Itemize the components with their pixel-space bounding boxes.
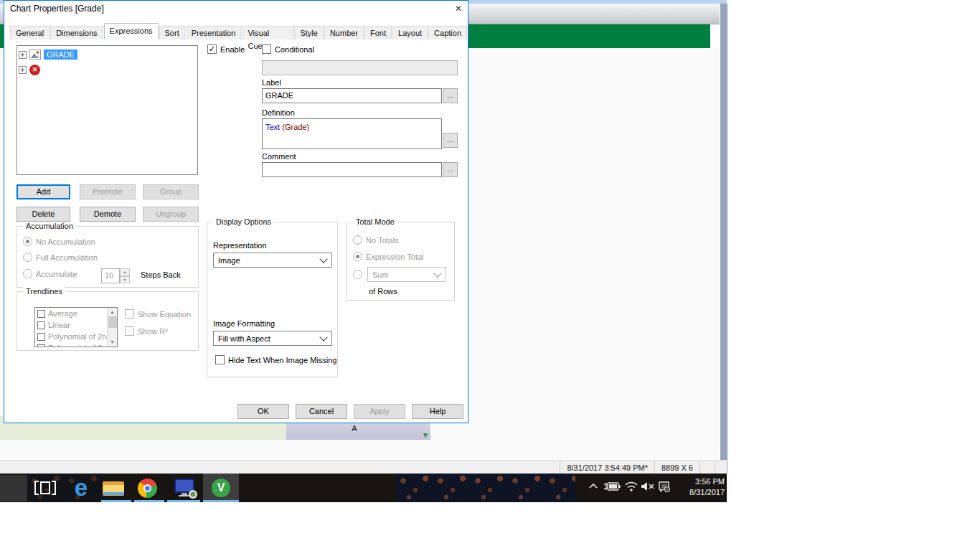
sum-dropdown[interactable]: Sum <box>367 267 446 282</box>
tab-general[interactable]: General <box>10 26 50 39</box>
taskbar-clock[interactable]: 3:56 PM 8/31/2017 <box>673 476 725 498</box>
apply-button[interactable]: Apply <box>354 404 405 419</box>
tab-font[interactable]: Font <box>364 26 392 39</box>
show-r2-checkbox[interactable]: Show R² <box>125 326 168 336</box>
battery-icon[interactable] <box>603 481 621 491</box>
file-explorer-icon[interactable] <box>102 479 126 498</box>
accumulation-groupbox: Accumulation No Accumulation Full Accumu… <box>17 226 199 288</box>
tray-chevron-up-icon[interactable] <box>588 483 598 489</box>
checkbox-box[interactable] <box>37 321 45 329</box>
no-totals-radio[interactable]: No Totals <box>353 235 399 245</box>
steps-back-stepper[interactable]: 10 ▲ ▼ <box>101 268 130 283</box>
tab-sort[interactable]: Sort <box>159 26 185 39</box>
sort-indicator-icon[interactable]: ▼ <box>422 431 429 439</box>
action-center-icon[interactable] <box>658 481 671 492</box>
definition-field[interactable]: Text (Grade) <box>262 118 442 149</box>
window-right-border <box>720 4 727 474</box>
status-size: 8899 X 6 <box>654 461 699 474</box>
delete-button[interactable]: Delete <box>17 207 70 222</box>
tab-style[interactable]: Style <box>294 26 323 39</box>
ungroup-button[interactable]: Ungroup <box>143 207 199 222</box>
task-view-square <box>40 481 51 494</box>
conditional-label: Conditional <box>275 45 314 54</box>
scroll-down-icon[interactable]: ▼ <box>110 338 115 347</box>
qlikview-icon[interactable]: V <box>212 479 230 497</box>
full-accumulation-radio[interactable]: Full Accumulation <box>23 253 98 262</box>
hide-text-checkbox[interactable]: Hide Text When Image Missing <box>215 355 336 364</box>
scrollbar-thumb[interactable] <box>108 316 117 328</box>
tab-number[interactable]: Number <box>324 26 364 39</box>
checkbox-box[interactable] <box>37 333 45 341</box>
group-button[interactable]: Group <box>143 184 199 199</box>
label-ellipsis-button[interactable]: ... <box>443 88 458 103</box>
tab-dimensions[interactable]: Dimensions <box>50 26 103 39</box>
sum-of-rows-radio[interactable] <box>353 270 362 279</box>
enable-checkbox[interactable]: ✓ Enable <box>207 44 245 54</box>
tab-presentation[interactable]: Presentation <box>186 26 242 39</box>
task-view-bracket <box>34 481 39 495</box>
steps-back-value[interactable]: 10 <box>101 268 120 283</box>
checkbox-box[interactable] <box>37 310 45 318</box>
checkbox-box[interactable] <box>37 344 45 348</box>
accumulate-radio[interactable]: Accumulate <box>23 269 77 278</box>
image-icon <box>29 50 41 60</box>
trendline-item[interactable]: Linear <box>35 319 117 331</box>
representation-dropdown[interactable]: Image <box>213 253 332 268</box>
chrome-center-dot <box>145 486 150 491</box>
checkbox-box <box>125 309 134 319</box>
start-button[interactable] <box>0 475 27 501</box>
chevron-down-icon <box>319 255 327 263</box>
label-field[interactable]: GRADE <box>262 88 442 103</box>
dialog-title: Chart Properties [Grade] <box>10 4 104 14</box>
monitor-app-icon[interactable] <box>172 478 199 499</box>
tab-expressions[interactable]: Expressions <box>104 23 159 39</box>
tree-node-error[interactable]: + ✕ <box>19 63 196 76</box>
show-equation-checkbox[interactable]: Show Equation <box>125 309 191 319</box>
close-icon[interactable]: ✕ <box>452 2 465 15</box>
image-formatting-dropdown[interactable]: Fill with Aspect <box>213 331 332 346</box>
show-equation-label: Show Equation <box>138 310 191 319</box>
trendlines-listbox[interactable]: Average Linear Polynomial of 2nd d Polyn… <box>34 307 118 347</box>
checkbox-box <box>262 44 271 54</box>
tree-node-label[interactable]: GRADE <box>44 50 77 60</box>
listbox-scrollbar[interactable]: ▲ ▼ <box>107 308 117 347</box>
expression-total-radio[interactable]: Expression Total <box>353 252 424 261</box>
demote-button[interactable]: Demote <box>80 207 136 222</box>
radio-icon <box>353 270 362 279</box>
no-totals-label: No Totals <box>366 236 399 245</box>
steps-back-label: Steps Back <box>141 270 181 279</box>
trendline-item[interactable]: Average <box>35 308 117 319</box>
tab-caption[interactable]: Caption <box>428 26 467 39</box>
cancel-button[interactable]: Cancel <box>296 404 347 419</box>
stepper-down-icon[interactable]: ▼ <box>120 276 130 284</box>
volume-muted-icon[interactable] <box>641 481 655 491</box>
checkbox-box <box>215 355 225 364</box>
expand-icon[interactable]: + <box>19 51 27 59</box>
stepper-up-icon[interactable]: ▲ <box>120 268 130 276</box>
trendline-item[interactable]: Polynomial of 2nd d <box>35 331 117 342</box>
expression-tree[interactable]: + GRADE + ✕ <box>17 45 198 175</box>
add-button[interactable]: Add <box>17 184 70 199</box>
trendline-item[interactable]: Polynomial of 3rd d <box>35 342 117 347</box>
expand-icon[interactable]: + <box>19 66 27 74</box>
tab-layout[interactable]: Layout <box>392 26 428 39</box>
tree-node-grade[interactable]: + GRADE <box>19 48 196 61</box>
wifi-icon[interactable] <box>624 481 639 491</box>
chevron-down-icon <box>319 333 327 341</box>
chrome-icon[interactable] <box>138 479 157 498</box>
edge-icon[interactable]: e <box>69 475 93 501</box>
task-view-icon[interactable] <box>34 479 56 496</box>
scroll-up-icon[interactable]: ▲ <box>110 308 115 316</box>
help-button[interactable]: Help <box>412 404 463 419</box>
enable-label: Enable <box>220 45 245 54</box>
running-app-underline <box>203 500 239 502</box>
comment-ellipsis-button[interactable]: ... <box>443 162 458 177</box>
comment-field[interactable] <box>262 162 442 177</box>
status-timestamp: 8/31/2017 3:54:49 PM* <box>560 461 654 474</box>
tab-visual-cues[interactable]: Visual Cues <box>242 26 293 39</box>
conditional-checkbox[interactable]: Conditional <box>262 44 314 54</box>
definition-ellipsis-button[interactable]: ... <box>443 133 458 148</box>
no-accumulation-radio[interactable]: No Accumulation <box>23 237 95 246</box>
ok-button[interactable]: OK <box>237 404 289 419</box>
promote-button[interactable]: Promote <box>80 184 136 199</box>
